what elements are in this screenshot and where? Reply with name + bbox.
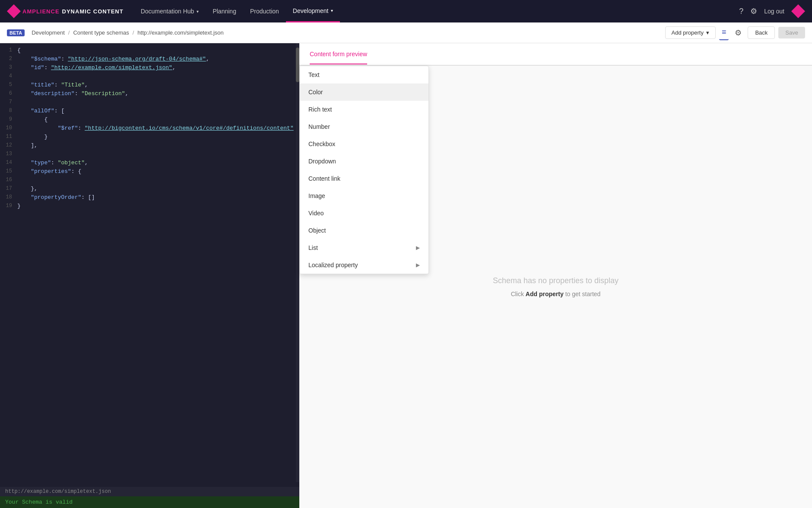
back-button[interactable]: Back	[748, 26, 775, 39]
dropdown-item-list[interactable]: List ▶	[300, 239, 428, 256]
code-line-17: 17 },	[0, 185, 299, 194]
dropdown-item-video[interactable]: Video	[300, 204, 428, 222]
breadcrumb-content-type-schemas[interactable]: Content type schemas	[73, 29, 129, 36]
dropdown-item-number[interactable]: Number	[300, 118, 428, 135]
line-number-1: 1	[0, 47, 17, 53]
schema-valid-message: Your Schema is valid	[0, 496, 299, 508]
dropdown-item-text[interactable]: Text	[300, 66, 428, 83]
list-view-button[interactable]: ≡	[719, 25, 729, 40]
settings-icon[interactable]: ⚙	[750, 6, 757, 16]
help-icon[interactable]: ?	[739, 7, 743, 16]
line-content-7	[17, 99, 299, 105]
tab-content-form-preview-label: Content form preview	[310, 51, 367, 58]
tab-content-form-preview[interactable]: Content form preview	[310, 45, 367, 64]
dropdown-item-localized-property[interactable]: Localized property ▶	[300, 256, 428, 274]
code-line-16: 16	[0, 176, 299, 185]
line-content-5: "title": "Title",	[17, 82, 299, 88]
dropdown-item-localized-arrow-icon: ▶	[416, 262, 420, 268]
dropdown-item-dropdown-label: Dropdown	[308, 158, 336, 165]
breadcrumb-bar: BETA Development / Content type schemas …	[0, 22, 812, 43]
line-number-6: 6	[0, 90, 17, 96]
dropdown-item-content-link-label: Content link	[308, 175, 340, 182]
dropdown-item-number-label: Number	[308, 123, 330, 130]
code-line-15: 15 "properties": {	[0, 168, 299, 176]
nav-item-production-label: Production	[250, 8, 279, 15]
line-content-11: }	[17, 134, 299, 140]
add-property-label: Add property	[672, 29, 704, 36]
line-number-9: 9	[0, 116, 17, 122]
code-line-2: 2 "$schema": "http://json-schema.org/dra…	[0, 55, 299, 64]
line-content-10: "$ref": "http://bigcontent.io/cms/schema…	[17, 125, 299, 131]
code-line-10: 10 "$ref": "http://bigcontent.io/cms/sch…	[0, 125, 299, 133]
line-content-4	[17, 73, 299, 80]
dropdown-item-text-label: Text	[308, 71, 320, 78]
add-property-dropdown: Text Color Rich text Number Checkbox Dro…	[299, 66, 429, 274]
dropdown-item-rich-text[interactable]: Rich text	[300, 101, 428, 118]
dropdown-item-list-arrow-icon: ▶	[416, 245, 420, 251]
dropdown-item-checkbox[interactable]: Checkbox	[300, 135, 428, 153]
line-content-8: "allOf": [	[17, 108, 299, 114]
dropdown-item-content-link[interactable]: Content link	[300, 170, 428, 187]
dropdown-item-checkbox-label: Checkbox	[308, 141, 335, 147]
nav-item-development[interactable]: Development ▾	[286, 0, 340, 22]
line-content-18: "propertyOrder": []	[17, 194, 299, 201]
line-content-19: }	[17, 203, 299, 209]
status-bar: http://example.com/simpletext.json	[0, 487, 299, 496]
nav-item-development-label: Development	[293, 7, 329, 14]
line-content-16	[17, 177, 299, 183]
top-navigation: AMPLIENCE DYNAMIC CONTENT Documentation …	[0, 0, 812, 22]
code-line-13: 13	[0, 150, 299, 159]
nav-item-planning[interactable]: Planning	[206, 0, 243, 22]
chevron-down-icon: ▾	[197, 9, 199, 14]
breadcrumb-development[interactable]: Development	[32, 29, 65, 36]
schema-empty-suffix: to get started	[564, 291, 601, 297]
code-line-5: 5 "title": "Title",	[0, 81, 299, 90]
settings-view-button[interactable]: ⚙	[732, 26, 744, 40]
code-line-14: 14 "type": "object",	[0, 159, 299, 168]
brand-dc-text: DYNAMIC CONTENT	[62, 8, 124, 15]
code-line-6: 6 "description": "Description",	[0, 90, 299, 99]
brand-amplience-text: AMPLIENCE	[22, 8, 60, 15]
line-number-12: 12	[0, 142, 17, 148]
line-number-15: 15	[0, 168, 17, 174]
dropdown-item-object-label: Object	[308, 227, 326, 234]
code-line-19: 19 }	[0, 202, 299, 211]
dropdown-item-image[interactable]: Image	[300, 187, 428, 204]
brand-amplience-highlight: AMPLIENCE	[22, 8, 60, 15]
dropdown-item-localized-property-label: Localized property	[308, 262, 358, 268]
nav-right-actions: ? ⚙ Log out	[739, 4, 812, 18]
line-content-1: {	[17, 47, 299, 54]
code-editor[interactable]: 1 { 2 "$schema": "http://json-schema.org…	[0, 43, 299, 487]
dropdown-item-object[interactable]: Object	[300, 222, 428, 239]
nav-item-documentation-hub-label: Documentation Hub	[141, 8, 194, 15]
add-property-button[interactable]: Add property ▾	[665, 26, 716, 39]
content-form-tab-bar: Content form preview	[299, 43, 812, 66]
code-line-3: 3 "id": "http://example.com/simpletext.j…	[0, 64, 299, 73]
chevron-down-icon-dev: ▾	[331, 8, 333, 13]
dropdown-item-color[interactable]: Color	[300, 83, 428, 101]
dropdown-item-video-label: Video	[308, 210, 324, 217]
nav-item-documentation-hub[interactable]: Documentation Hub ▾	[134, 0, 206, 22]
breadcrumb-schema-url: http://example.com/simpletext.json	[137, 29, 223, 36]
nav-item-production[interactable]: Production	[243, 0, 286, 22]
line-number-8: 8	[0, 108, 17, 114]
line-number-10: 10	[0, 125, 17, 131]
dropdown-item-dropdown[interactable]: Dropdown	[300, 153, 428, 170]
amplience-corner-logo	[791, 4, 805, 18]
line-number-2: 2	[0, 56, 17, 62]
line-number-14: 14	[0, 160, 17, 166]
line-content-9: {	[17, 116, 299, 123]
beta-badge: BETA	[7, 29, 25, 36]
line-content-14: "type": "object",	[17, 160, 299, 166]
dropdown-item-list-label: List	[308, 244, 318, 251]
valid-text: Your Schema is valid	[5, 499, 73, 505]
amplience-diamond-icon	[7, 4, 21, 18]
logout-button[interactable]: Log out	[764, 8, 784, 15]
save-button[interactable]: Save	[778, 27, 805, 38]
code-scrollbar[interactable]	[296, 43, 299, 482]
chevron-down-icon-add-property: ▾	[706, 29, 709, 36]
line-number-16: 16	[0, 177, 17, 183]
line-number-3: 3	[0, 64, 17, 70]
line-content-17: },	[17, 185, 299, 192]
line-number-4: 4	[0, 73, 17, 79]
